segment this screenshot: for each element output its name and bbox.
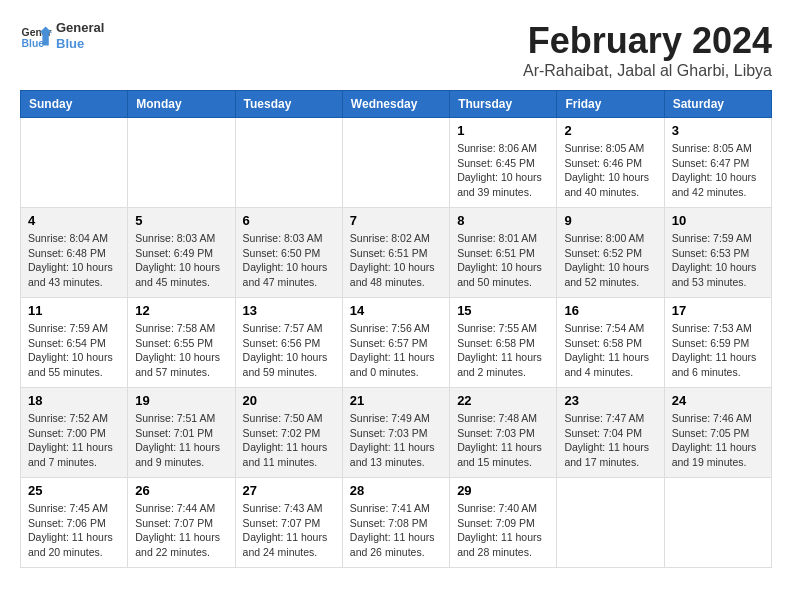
header-row: SundayMondayTuesdayWednesdayThursdayFrid…	[21, 91, 772, 118]
calendar-cell: 15Sunrise: 7:55 AMSunset: 6:58 PMDayligh…	[450, 298, 557, 388]
day-info: Sunrise: 7:44 AMSunset: 7:07 PMDaylight:…	[135, 501, 227, 560]
calendar-cell	[557, 478, 664, 568]
calendar-cell: 1Sunrise: 8:06 AMSunset: 6:45 PMDaylight…	[450, 118, 557, 208]
page-header: General Blue General Blue February 2024 …	[20, 20, 772, 80]
svg-text:Blue: Blue	[22, 38, 45, 49]
day-info: Sunrise: 7:48 AMSunset: 7:03 PMDaylight:…	[457, 411, 549, 470]
week-row-2: 4Sunrise: 8:04 AMSunset: 6:48 PMDaylight…	[21, 208, 772, 298]
day-number: 4	[28, 213, 120, 228]
day-info: Sunrise: 7:45 AMSunset: 7:06 PMDaylight:…	[28, 501, 120, 560]
day-info: Sunrise: 7:49 AMSunset: 7:03 PMDaylight:…	[350, 411, 442, 470]
logo-general: General	[56, 20, 104, 36]
calendar-cell: 28Sunrise: 7:41 AMSunset: 7:08 PMDayligh…	[342, 478, 449, 568]
calendar-cell	[664, 478, 771, 568]
day-number: 6	[243, 213, 335, 228]
header-monday: Monday	[128, 91, 235, 118]
calendar-cell: 19Sunrise: 7:51 AMSunset: 7:01 PMDayligh…	[128, 388, 235, 478]
day-info: Sunrise: 7:59 AMSunset: 6:54 PMDaylight:…	[28, 321, 120, 380]
calendar-cell: 13Sunrise: 7:57 AMSunset: 6:56 PMDayligh…	[235, 298, 342, 388]
day-number: 9	[564, 213, 656, 228]
day-number: 20	[243, 393, 335, 408]
day-info: Sunrise: 7:53 AMSunset: 6:59 PMDaylight:…	[672, 321, 764, 380]
sub-title: Ar-Rahaibat, Jabal al Gharbi, Libya	[523, 62, 772, 80]
day-info: Sunrise: 7:59 AMSunset: 6:53 PMDaylight:…	[672, 231, 764, 290]
day-number: 19	[135, 393, 227, 408]
header-sunday: Sunday	[21, 91, 128, 118]
day-info: Sunrise: 7:52 AMSunset: 7:00 PMDaylight:…	[28, 411, 120, 470]
day-number: 29	[457, 483, 549, 498]
calendar-cell: 7Sunrise: 8:02 AMSunset: 6:51 PMDaylight…	[342, 208, 449, 298]
day-number: 21	[350, 393, 442, 408]
day-info: Sunrise: 8:05 AMSunset: 6:47 PMDaylight:…	[672, 141, 764, 200]
day-info: Sunrise: 7:47 AMSunset: 7:04 PMDaylight:…	[564, 411, 656, 470]
day-number: 8	[457, 213, 549, 228]
week-row-1: 1Sunrise: 8:06 AMSunset: 6:45 PMDaylight…	[21, 118, 772, 208]
day-info: Sunrise: 7:58 AMSunset: 6:55 PMDaylight:…	[135, 321, 227, 380]
calendar-cell	[21, 118, 128, 208]
calendar-cell: 21Sunrise: 7:49 AMSunset: 7:03 PMDayligh…	[342, 388, 449, 478]
calendar-cell: 8Sunrise: 8:01 AMSunset: 6:51 PMDaylight…	[450, 208, 557, 298]
day-info: Sunrise: 7:56 AMSunset: 6:57 PMDaylight:…	[350, 321, 442, 380]
day-number: 28	[350, 483, 442, 498]
day-info: Sunrise: 8:02 AMSunset: 6:51 PMDaylight:…	[350, 231, 442, 290]
calendar-table: SundayMondayTuesdayWednesdayThursdayFrid…	[20, 90, 772, 568]
logo: General Blue General Blue	[20, 20, 104, 52]
day-number: 16	[564, 303, 656, 318]
calendar-cell: 16Sunrise: 7:54 AMSunset: 6:58 PMDayligh…	[557, 298, 664, 388]
day-number: 7	[350, 213, 442, 228]
calendar-cell: 10Sunrise: 7:59 AMSunset: 6:53 PMDayligh…	[664, 208, 771, 298]
calendar-cell: 18Sunrise: 7:52 AMSunset: 7:00 PMDayligh…	[21, 388, 128, 478]
calendar-cell: 11Sunrise: 7:59 AMSunset: 6:54 PMDayligh…	[21, 298, 128, 388]
day-info: Sunrise: 7:50 AMSunset: 7:02 PMDaylight:…	[243, 411, 335, 470]
day-number: 12	[135, 303, 227, 318]
calendar-cell: 22Sunrise: 7:48 AMSunset: 7:03 PMDayligh…	[450, 388, 557, 478]
calendar-cell: 14Sunrise: 7:56 AMSunset: 6:57 PMDayligh…	[342, 298, 449, 388]
day-number: 14	[350, 303, 442, 318]
day-number: 5	[135, 213, 227, 228]
day-number: 26	[135, 483, 227, 498]
calendar-cell: 25Sunrise: 7:45 AMSunset: 7:06 PMDayligh…	[21, 478, 128, 568]
calendar-cell: 27Sunrise: 7:43 AMSunset: 7:07 PMDayligh…	[235, 478, 342, 568]
header-saturday: Saturday	[664, 91, 771, 118]
calendar-cell: 5Sunrise: 8:03 AMSunset: 6:49 PMDaylight…	[128, 208, 235, 298]
calendar-cell: 24Sunrise: 7:46 AMSunset: 7:05 PMDayligh…	[664, 388, 771, 478]
title-block: February 2024 Ar-Rahaibat, Jabal al Ghar…	[523, 20, 772, 80]
day-info: Sunrise: 7:55 AMSunset: 6:58 PMDaylight:…	[457, 321, 549, 380]
day-number: 1	[457, 123, 549, 138]
calendar-cell	[235, 118, 342, 208]
day-info: Sunrise: 8:06 AMSunset: 6:45 PMDaylight:…	[457, 141, 549, 200]
day-info: Sunrise: 7:57 AMSunset: 6:56 PMDaylight:…	[243, 321, 335, 380]
day-info: Sunrise: 7:43 AMSunset: 7:07 PMDaylight:…	[243, 501, 335, 560]
day-number: 24	[672, 393, 764, 408]
day-number: 27	[243, 483, 335, 498]
day-number: 3	[672, 123, 764, 138]
header-thursday: Thursday	[450, 91, 557, 118]
header-friday: Friday	[557, 91, 664, 118]
day-info: Sunrise: 7:41 AMSunset: 7:08 PMDaylight:…	[350, 501, 442, 560]
day-number: 23	[564, 393, 656, 408]
header-tuesday: Tuesday	[235, 91, 342, 118]
day-info: Sunrise: 8:05 AMSunset: 6:46 PMDaylight:…	[564, 141, 656, 200]
week-row-3: 11Sunrise: 7:59 AMSunset: 6:54 PMDayligh…	[21, 298, 772, 388]
main-title: February 2024	[523, 20, 772, 62]
calendar-cell: 2Sunrise: 8:05 AMSunset: 6:46 PMDaylight…	[557, 118, 664, 208]
week-row-5: 25Sunrise: 7:45 AMSunset: 7:06 PMDayligh…	[21, 478, 772, 568]
day-info: Sunrise: 7:46 AMSunset: 7:05 PMDaylight:…	[672, 411, 764, 470]
day-number: 11	[28, 303, 120, 318]
logo-blue: Blue	[56, 36, 104, 52]
day-number: 25	[28, 483, 120, 498]
calendar-cell: 4Sunrise: 8:04 AMSunset: 6:48 PMDaylight…	[21, 208, 128, 298]
calendar-cell: 26Sunrise: 7:44 AMSunset: 7:07 PMDayligh…	[128, 478, 235, 568]
day-number: 10	[672, 213, 764, 228]
calendar-cell: 20Sunrise: 7:50 AMSunset: 7:02 PMDayligh…	[235, 388, 342, 478]
day-number: 18	[28, 393, 120, 408]
day-info: Sunrise: 8:01 AMSunset: 6:51 PMDaylight:…	[457, 231, 549, 290]
calendar-cell	[128, 118, 235, 208]
calendar-cell: 29Sunrise: 7:40 AMSunset: 7:09 PMDayligh…	[450, 478, 557, 568]
day-number: 22	[457, 393, 549, 408]
calendar-cell	[342, 118, 449, 208]
calendar-cell: 9Sunrise: 8:00 AMSunset: 6:52 PMDaylight…	[557, 208, 664, 298]
day-info: Sunrise: 7:54 AMSunset: 6:58 PMDaylight:…	[564, 321, 656, 380]
calendar-cell: 23Sunrise: 7:47 AMSunset: 7:04 PMDayligh…	[557, 388, 664, 478]
day-number: 17	[672, 303, 764, 318]
